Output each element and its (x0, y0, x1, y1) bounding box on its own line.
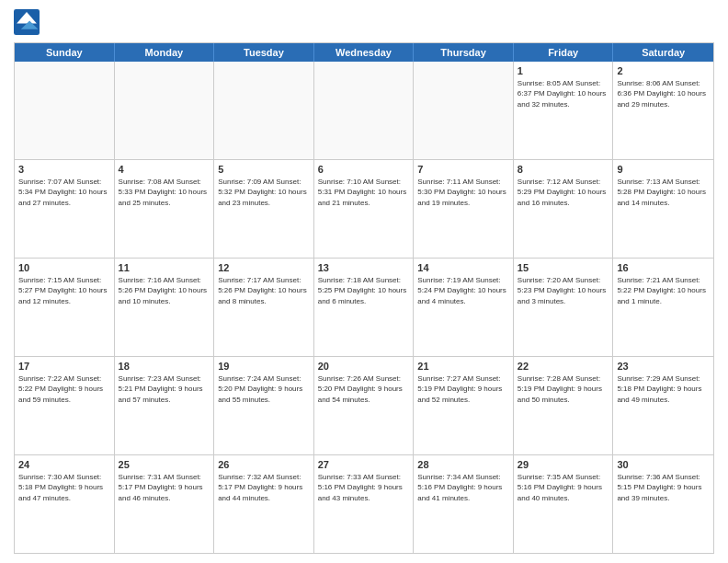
day-number: 7 (417, 163, 509, 176)
day-number: 19 (218, 360, 310, 373)
day-info: Sunrise: 7:26 AM Sunset: 5:20 PM Dayligh… (318, 373, 410, 405)
day-number: 24 (18, 458, 110, 471)
cal-cell: 27Sunrise: 7:33 AM Sunset: 5:16 PM Dayli… (314, 455, 415, 553)
cal-cell (414, 62, 514, 159)
calendar-header-row: SundayMondayTuesdayWednesdayThursdayFrid… (15, 43, 713, 62)
cal-row-3: 17Sunrise: 7:22 AM Sunset: 5:22 PM Dayli… (15, 357, 713, 455)
day-number: 20 (318, 360, 410, 373)
day-info: Sunrise: 7:31 AM Sunset: 5:17 PM Dayligh… (119, 472, 210, 503)
day-number: 21 (417, 360, 509, 373)
day-info: Sunrise: 7:24 AM Sunset: 5:20 PM Dayligh… (218, 373, 310, 405)
cal-cell: 8Sunrise: 7:12 AM Sunset: 5:29 PM Daylig… (514, 160, 614, 258)
cal-header-friday: Friday (514, 43, 614, 62)
day-number: 13 (318, 261, 410, 274)
day-number: 12 (218, 261, 310, 274)
day-info: Sunrise: 7:18 AM Sunset: 5:25 PM Dayligh… (318, 275, 410, 306)
logo-icon (14, 9, 40, 35)
day-number: 18 (119, 360, 210, 373)
day-number: 2 (617, 64, 710, 77)
cal-cell: 1Sunrise: 8:05 AM Sunset: 6:37 PM Daylig… (514, 62, 614, 159)
day-number: 15 (518, 261, 609, 274)
calendar: SundayMondayTuesdayWednesdayThursdayFrid… (14, 42, 714, 554)
cal-cell: 24Sunrise: 7:30 AM Sunset: 5:18 PM Dayli… (15, 455, 115, 553)
day-number: 16 (617, 261, 710, 274)
page: SundayMondayTuesdayWednesdayThursdayFrid… (0, 0, 728, 563)
cal-cell: 29Sunrise: 7:35 AM Sunset: 5:16 PM Dayli… (514, 455, 614, 553)
day-info: Sunrise: 8:06 AM Sunset: 6:36 PM Dayligh… (617, 78, 710, 109)
cal-cell (214, 62, 314, 159)
cal-row-2: 10Sunrise: 7:15 AM Sunset: 5:27 PM Dayli… (15, 259, 713, 357)
day-number: 27 (318, 458, 410, 471)
cal-cell: 13Sunrise: 7:18 AM Sunset: 5:25 PM Dayli… (314, 259, 415, 356)
day-info: Sunrise: 7:34 AM Sunset: 5:16 PM Dayligh… (417, 472, 509, 503)
day-info: Sunrise: 7:27 AM Sunset: 5:19 PM Dayligh… (417, 373, 509, 405)
day-info: Sunrise: 7:08 AM Sunset: 5:33 PM Dayligh… (119, 177, 210, 208)
day-number: 30 (617, 458, 710, 471)
day-number: 6 (318, 163, 410, 176)
cal-cell: 10Sunrise: 7:15 AM Sunset: 5:27 PM Dayli… (15, 259, 115, 356)
cal-cell: 19Sunrise: 7:24 AM Sunset: 5:20 PM Dayli… (214, 357, 314, 454)
cal-cell: 16Sunrise: 7:21 AM Sunset: 5:22 PM Dayli… (613, 259, 713, 356)
day-info: Sunrise: 7:09 AM Sunset: 5:32 PM Dayligh… (218, 177, 310, 208)
cal-cell: 5Sunrise: 7:09 AM Sunset: 5:32 PM Daylig… (214, 160, 314, 258)
cal-cell: 14Sunrise: 7:19 AM Sunset: 5:24 PM Dayli… (414, 259, 514, 356)
day-info: Sunrise: 7:16 AM Sunset: 5:26 PM Dayligh… (119, 275, 210, 306)
cal-cell: 3Sunrise: 7:07 AM Sunset: 5:34 PM Daylig… (15, 160, 115, 258)
day-number: 14 (417, 261, 509, 274)
cal-cell (115, 62, 215, 159)
day-info: Sunrise: 7:12 AM Sunset: 5:29 PM Dayligh… (518, 177, 609, 208)
day-number: 10 (18, 261, 110, 274)
day-info: Sunrise: 7:07 AM Sunset: 5:34 PM Dayligh… (18, 177, 110, 208)
cal-cell: 20Sunrise: 7:26 AM Sunset: 5:20 PM Dayli… (314, 357, 415, 454)
cal-cell: 26Sunrise: 7:32 AM Sunset: 5:17 PM Dayli… (214, 455, 314, 553)
day-number: 23 (617, 360, 710, 373)
day-info: Sunrise: 7:11 AM Sunset: 5:30 PM Dayligh… (417, 177, 509, 208)
day-info: Sunrise: 7:22 AM Sunset: 5:22 PM Dayligh… (18, 373, 110, 405)
cal-cell: 17Sunrise: 7:22 AM Sunset: 5:22 PM Dayli… (15, 357, 115, 454)
cal-cell: 7Sunrise: 7:11 AM Sunset: 5:30 PM Daylig… (414, 160, 514, 258)
cal-row-1: 3Sunrise: 7:07 AM Sunset: 5:34 PM Daylig… (15, 160, 713, 259)
cal-cell: 21Sunrise: 7:27 AM Sunset: 5:19 PM Dayli… (414, 357, 514, 454)
calendar-body: 1Sunrise: 8:05 AM Sunset: 6:37 PM Daylig… (15, 62, 713, 553)
day-info: Sunrise: 7:30 AM Sunset: 5:18 PM Dayligh… (18, 472, 110, 503)
day-number: 25 (119, 458, 210, 471)
cal-cell: 15Sunrise: 7:20 AM Sunset: 5:23 PM Dayli… (514, 259, 614, 356)
day-number: 22 (518, 360, 609, 373)
day-number: 9 (617, 163, 710, 176)
cal-cell: 6Sunrise: 7:10 AM Sunset: 5:31 PM Daylig… (314, 160, 415, 258)
day-info: Sunrise: 7:29 AM Sunset: 5:18 PM Dayligh… (617, 373, 710, 405)
cal-cell: 25Sunrise: 7:31 AM Sunset: 5:17 PM Dayli… (115, 455, 215, 553)
day-number: 29 (518, 458, 609, 471)
day-number: 28 (417, 458, 509, 471)
day-info: Sunrise: 7:36 AM Sunset: 5:15 PM Dayligh… (617, 472, 710, 503)
header (14, 9, 714, 35)
cal-row-0: 1Sunrise: 8:05 AM Sunset: 6:37 PM Daylig… (15, 62, 713, 160)
day-info: Sunrise: 7:20 AM Sunset: 5:23 PM Dayligh… (518, 275, 609, 306)
day-info: Sunrise: 7:21 AM Sunset: 5:22 PM Dayligh… (617, 275, 710, 306)
cal-cell (314, 62, 415, 159)
cal-cell: 12Sunrise: 7:17 AM Sunset: 5:26 PM Dayli… (214, 259, 314, 356)
day-info: Sunrise: 7:35 AM Sunset: 5:16 PM Dayligh… (518, 472, 609, 503)
cal-header-saturday: Saturday (613, 43, 713, 62)
cal-cell: 2Sunrise: 8:06 AM Sunset: 6:36 PM Daylig… (613, 62, 713, 159)
logo (14, 9, 43, 35)
cal-row-4: 24Sunrise: 7:30 AM Sunset: 5:18 PM Dayli… (15, 455, 713, 553)
cal-header-thursday: Thursday (414, 43, 514, 62)
day-info: Sunrise: 7:33 AM Sunset: 5:16 PM Dayligh… (318, 472, 410, 503)
cal-header-monday: Monday (115, 43, 215, 62)
cal-cell (15, 62, 115, 159)
day-number: 4 (119, 163, 210, 176)
cal-cell: 9Sunrise: 7:13 AM Sunset: 5:28 PM Daylig… (613, 160, 713, 258)
day-info: Sunrise: 7:19 AM Sunset: 5:24 PM Dayligh… (417, 275, 509, 306)
day-number: 5 (218, 163, 310, 176)
cal-header-wednesday: Wednesday (314, 43, 415, 62)
cal-cell: 28Sunrise: 7:34 AM Sunset: 5:16 PM Dayli… (414, 455, 514, 553)
day-number: 3 (18, 163, 110, 176)
day-number: 1 (518, 64, 609, 77)
day-info: Sunrise: 7:28 AM Sunset: 5:19 PM Dayligh… (518, 373, 609, 405)
day-number: 17 (18, 360, 110, 373)
day-info: Sunrise: 7:15 AM Sunset: 5:27 PM Dayligh… (18, 275, 110, 306)
day-info: Sunrise: 7:32 AM Sunset: 5:17 PM Dayligh… (218, 472, 310, 503)
day-number: 26 (218, 458, 310, 471)
day-info: Sunrise: 7:13 AM Sunset: 5:28 PM Dayligh… (617, 177, 710, 208)
